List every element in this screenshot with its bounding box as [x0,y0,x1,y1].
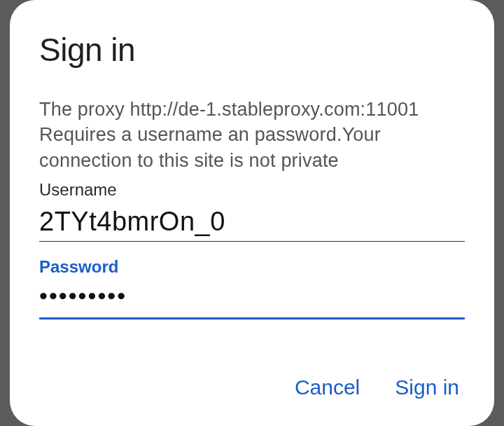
auth-dialog: Sign in The proxy http://de-1.stableprox… [10,0,494,426]
username-label: Username [39,180,465,200]
dialog-title: Sign in [39,31,465,69]
dialog-buttons: Cancel Sign in [39,373,465,406]
username-field[interactable] [39,204,465,242]
password-label: Password [39,257,465,277]
dialog-message: The proxy http://de-1.stableproxy.com:11… [39,97,465,173]
password-mask: ••••••••• [39,282,127,309]
signin-button[interactable]: Sign in [393,373,461,402]
cancel-button[interactable]: Cancel [293,373,361,402]
password-field[interactable]: ••••••••• [39,284,465,320]
